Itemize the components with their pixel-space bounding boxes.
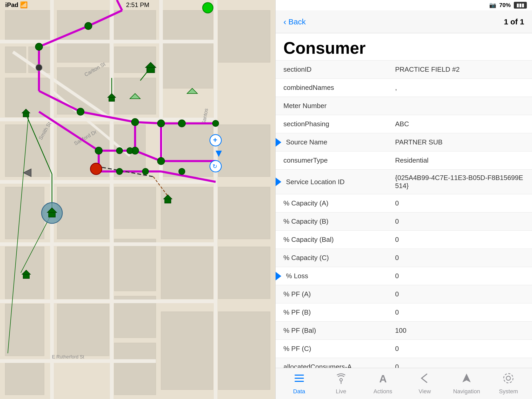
svg-rect-95 xyxy=(147,68,155,73)
svg-point-110 xyxy=(203,3,213,13)
svg-point-81 xyxy=(77,108,84,115)
svg-rect-97 xyxy=(109,97,115,101)
cell-value: 0 xyxy=(390,267,532,285)
svg-point-80 xyxy=(36,64,42,71)
pagination-label: 1 of 1 xyxy=(504,17,524,26)
svg-point-91 xyxy=(116,168,123,175)
table-row: % PF (C)0 xyxy=(276,340,532,358)
svg-rect-109 xyxy=(165,199,171,203)
svg-rect-30 xyxy=(161,312,213,390)
svg-point-123 xyxy=(506,376,510,380)
actions-label: Actions xyxy=(374,388,392,395)
cell-value: PRACTICE FIELD #2 xyxy=(390,61,532,78)
table-row: consumerTypeResidential xyxy=(276,151,532,170)
svg-point-79 xyxy=(35,43,43,50)
svg-rect-25 xyxy=(114,239,156,291)
table-row: Service Location ID{025A4B99-4C7E-11E3-B… xyxy=(276,170,532,194)
tab-actions[interactable]: AActions xyxy=(363,370,402,397)
svg-rect-31 xyxy=(218,187,270,239)
svg-rect-33 xyxy=(218,312,270,390)
tab-data[interactable]: Data xyxy=(280,370,319,397)
svg-rect-4 xyxy=(5,78,52,117)
table-row: % Capacity (B)0 xyxy=(276,212,532,231)
tab-system[interactable]: System xyxy=(489,370,528,397)
ipad-label: iPad 📶 xyxy=(5,1,28,9)
table-row: % PF (Bal)100 xyxy=(276,322,532,340)
system-label: System xyxy=(499,388,518,395)
svg-rect-24 xyxy=(114,187,156,229)
cell-value: , xyxy=(390,79,532,97)
table-row: % PF (B)0 xyxy=(276,303,532,322)
svg-rect-23 xyxy=(57,304,109,356)
cell-value: Residential xyxy=(390,151,532,169)
svg-rect-101 xyxy=(23,113,29,117)
battery-label: 70% xyxy=(499,2,511,9)
svg-point-84 xyxy=(178,120,185,127)
svg-line-58 xyxy=(135,122,161,123)
tab-navigation[interactable]: Navigation xyxy=(447,370,486,397)
svg-point-87 xyxy=(157,157,165,165)
svg-point-83 xyxy=(157,120,165,127)
data-table[interactable]: sectionIDPRACTICE FIELD #2combinedNames,… xyxy=(276,61,532,368)
table-row: sectionIDPRACTICE FIELD #2 xyxy=(276,61,532,79)
svg-rect-7 xyxy=(114,10,156,42)
detail-panel: 📷 70% ▮▮▮ ‹ Back 1 of 1 Consumer section… xyxy=(275,0,532,399)
row-indicator xyxy=(276,271,281,281)
svg-point-88 xyxy=(95,147,102,154)
svg-point-85 xyxy=(212,120,219,127)
cell-label: % PF (A) xyxy=(276,285,390,303)
svg-rect-22 xyxy=(57,247,109,299)
tab-live[interactable]: Live xyxy=(322,370,361,397)
svg-point-82 xyxy=(131,118,139,126)
time-label: 2:51 PM xyxy=(126,1,149,9)
page-title: Consumer xyxy=(276,33,532,61)
cell-label: consumerType xyxy=(276,151,390,169)
cell-value: 0 xyxy=(390,340,532,358)
svg-text:+: + xyxy=(213,136,217,144)
cell-value: 0 xyxy=(390,358,532,368)
cell-label: Service Location ID xyxy=(276,170,390,194)
table-row: % Loss0 xyxy=(276,267,532,285)
svg-point-124 xyxy=(504,374,513,383)
svg-rect-10 xyxy=(161,10,213,88)
view-label: View xyxy=(418,388,431,395)
main-container: iPad 📶 2:51 PM xyxy=(0,0,532,399)
table-row: % Capacity (A)0 xyxy=(276,194,532,212)
back-button[interactable]: ‹ Back xyxy=(283,17,306,27)
cell-label: % Capacity (C) xyxy=(276,249,390,267)
cell-value: 0 xyxy=(390,231,532,249)
bluetooth-icon: 📷 xyxy=(489,2,496,9)
panel-status-bar: 📷 70% ▮▮▮ xyxy=(276,0,532,10)
nav-bar: ‹ Back 1 of 1 xyxy=(276,10,532,33)
svg-point-90 xyxy=(127,148,133,154)
svg-rect-118 xyxy=(295,378,304,379)
battery-icon: ▮▮▮ xyxy=(514,2,527,9)
svg-point-89 xyxy=(116,148,123,154)
svg-rect-20 xyxy=(5,361,44,395)
cell-value: 0 xyxy=(390,249,532,267)
table-row: % Capacity (C)0 xyxy=(276,249,532,267)
svg-rect-11 xyxy=(218,10,270,62)
map-svg: Carlton St Smith St Sanford Dr Santos E … xyxy=(0,0,275,399)
svg-text:↻: ↻ xyxy=(212,163,217,170)
table-row: combinedNames, xyxy=(276,79,532,97)
tab-view[interactable]: View xyxy=(405,370,444,397)
cell-label: % PF (B) xyxy=(276,303,390,321)
view-icon xyxy=(419,373,430,387)
cell-value xyxy=(390,97,532,115)
svg-text:A: A xyxy=(379,373,387,384)
svg-rect-119 xyxy=(295,381,304,382)
svg-rect-21 xyxy=(57,187,109,239)
cell-label: % Capacity (B) xyxy=(276,212,390,230)
cell-value: 0 xyxy=(390,285,532,303)
navigation-label: Navigation xyxy=(453,388,480,395)
svg-text:E Rutherford St: E Rutherford St xyxy=(52,354,84,360)
cell-label: Meter Number xyxy=(276,97,390,115)
cell-label: % Loss xyxy=(276,267,390,285)
table-row: Meter Number xyxy=(276,97,532,115)
svg-point-120 xyxy=(340,378,342,381)
svg-rect-17 xyxy=(5,187,44,239)
table-row: Source NamePARTNER SUB xyxy=(276,133,532,151)
svg-rect-117 xyxy=(295,375,304,376)
table-row: % PF (A)0 xyxy=(276,285,532,303)
